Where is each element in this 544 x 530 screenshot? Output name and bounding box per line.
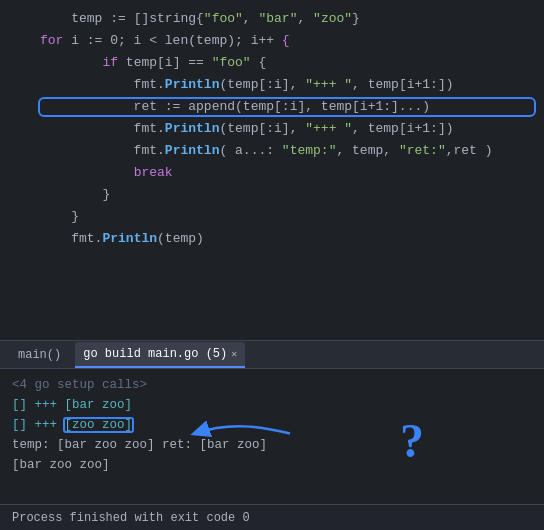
code-line-ret: ret := append(temp[:i], temp[i+1:]...) xyxy=(0,96,544,118)
terminal-line-3: [] +++ [zoo zoo] xyxy=(12,415,532,435)
code-line-1: temp := []string{"foo", "bar", "zoo"} xyxy=(0,8,544,30)
terminal-line-5: [bar zoo zoo] xyxy=(12,455,532,475)
code-line-println-temp: fmt.Println(temp) xyxy=(0,228,544,250)
code-line-for: for i := 0; i < len(temp); i++ { xyxy=(0,30,544,52)
editor-area: temp := []string{"foo", "bar", "zoo"} fo… xyxy=(0,0,544,340)
code-line-close-if: } xyxy=(0,184,544,206)
code-line-println3: fmt.Println( a...: "temp:", temp, "ret:"… xyxy=(0,140,544,162)
tab-close-icon[interactable]: ✕ xyxy=(231,348,237,360)
zoo-box xyxy=(63,417,135,433)
process-finished-text: Process finished with exit code 0 xyxy=(12,511,250,525)
panel-bottom: Process finished with exit code 0 xyxy=(0,504,544,530)
panel-tabs: main() go build main.go (5) ✕ xyxy=(0,341,544,369)
code-line-println1: fmt.Println(temp[:i], "+++ ", temp[i+1:]… xyxy=(0,74,544,96)
code-line-if: if temp[i] == "foo" { xyxy=(0,52,544,74)
code-line-break: break xyxy=(0,162,544,184)
tab-go-build-label: go build main.go (5) xyxy=(83,347,227,361)
tab-go-build[interactable]: go build main.go (5) ✕ xyxy=(75,342,245,368)
bottom-panel: main() go build main.go (5) ✕ <4 go setu… xyxy=(0,340,544,530)
terminal-area: <4 go setup calls> [] +++ [bar zoo] [] +… xyxy=(0,369,544,504)
terminal-line-4: temp: [bar zoo zoo] ret: [bar zoo] xyxy=(12,435,532,455)
code-line-close-for: } xyxy=(0,206,544,228)
tab-main[interactable]: main() xyxy=(8,341,71,368)
tab-main-label: main() xyxy=(18,348,61,362)
terminal-line-1: <4 go setup calls> xyxy=(12,375,532,395)
code-line-println2: fmt.Println(temp[:i], "+++ ", temp[i+1:]… xyxy=(0,118,544,140)
terminal-line-2: [] +++ [bar zoo] xyxy=(12,395,532,415)
